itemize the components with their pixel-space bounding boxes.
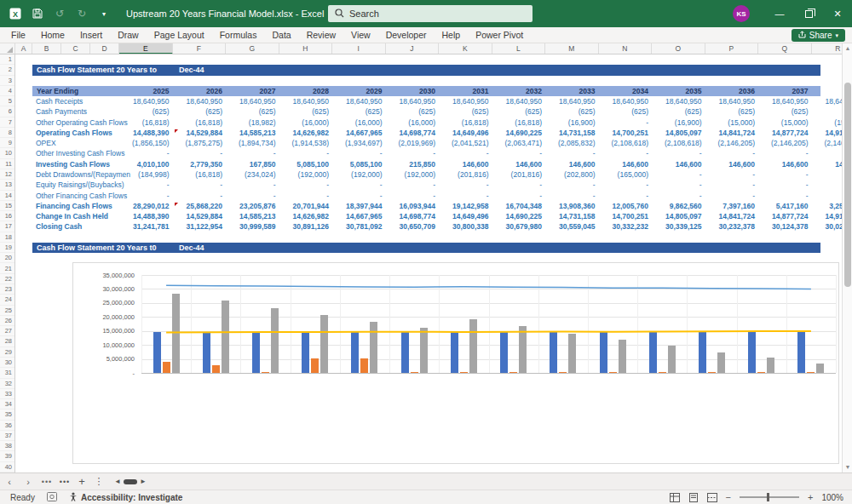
ribbon-tab-data[interactable]: Data xyxy=(264,27,298,43)
row-header-24[interactable]: 24 xyxy=(0,295,14,305)
table-cell[interactable]: (192,000) xyxy=(332,169,386,180)
ribbon-tab-developer[interactable]: Developer xyxy=(378,27,435,43)
row-header-35[interactable]: 35 xyxy=(0,410,14,420)
row-header-7[interactable]: 7 xyxy=(0,117,14,128)
table-cell[interactable]: 215,850 xyxy=(386,159,440,169)
account-avatar[interactable]: KS xyxy=(733,5,750,22)
table-cell[interactable]: 20,701,944 xyxy=(279,201,333,211)
table-cell[interactable]: 5,417,160 xyxy=(758,201,812,211)
table-cell[interactable]: 2,779,350 xyxy=(173,159,227,169)
table-cell[interactable]: 4,010,100 xyxy=(119,159,173,169)
table-cell[interactable]: 14,805,097 xyxy=(652,128,705,138)
zoom-in-icon[interactable]: + xyxy=(808,492,813,502)
table-cell[interactable]: (625) xyxy=(386,106,440,117)
table-cell[interactable]: 14,916,919 xyxy=(812,128,843,138)
table-cell[interactable]: 18,640,950 xyxy=(812,96,843,106)
table-cell[interactable]: 23,205,876 xyxy=(226,201,279,211)
zoom-out-icon[interactable]: − xyxy=(726,492,731,502)
table-cell[interactable]: 19,142,958 xyxy=(439,201,492,211)
table-cell[interactable]: 13,908,360 xyxy=(545,201,599,211)
row-header-39[interactable]: 39 xyxy=(0,451,14,461)
row-header-30[interactable]: 30 xyxy=(0,358,14,368)
table-cell[interactable]: (16,000) xyxy=(386,117,440,128)
restore-button[interactable] xyxy=(794,0,823,27)
table-cell[interactable]: (625) xyxy=(545,106,599,117)
minimize-button[interactable]: — xyxy=(765,0,794,27)
new-sheet-button[interactable]: + xyxy=(73,473,90,490)
table-cell[interactable]: - xyxy=(492,191,546,201)
table-cell[interactable]: 14,488,390 xyxy=(119,128,173,138)
table-cell[interactable]: - xyxy=(439,148,492,158)
table-cell[interactable]: - xyxy=(226,191,279,201)
table-cell[interactable]: 30,891,126 xyxy=(279,221,333,232)
table-cell[interactable]: (625) xyxy=(332,106,386,117)
table-cell[interactable]: 14,690,225 xyxy=(492,211,546,221)
table-cell[interactable]: 18,640,950 xyxy=(599,96,653,106)
column-header-P[interactable]: P xyxy=(705,43,759,54)
ribbon-tab-page-layout[interactable]: Page Layout xyxy=(147,27,212,43)
ribbon-tab-formulas[interactable]: Formulas xyxy=(212,27,265,43)
table-cell[interactable]: 146,600 xyxy=(492,159,546,169)
table-cell[interactable]: 18,640,950 xyxy=(119,96,173,106)
table-cell[interactable]: - xyxy=(652,169,705,180)
row-header-8[interactable]: 8 xyxy=(0,128,14,138)
macro-record-icon[interactable] xyxy=(47,492,57,503)
row-header-36[interactable]: 36 xyxy=(0,421,14,431)
table-cell[interactable]: (16,818) xyxy=(119,117,173,128)
table-cell[interactable]: 3,257,160 xyxy=(812,201,843,211)
table-cell[interactable]: 14,916,919 xyxy=(812,211,843,221)
table-cell[interactable]: - xyxy=(439,191,492,201)
table-cell[interactable]: 146,600 xyxy=(758,159,812,169)
row-header-2[interactable]: 2 xyxy=(0,65,14,75)
table-cell[interactable]: 18,640,950 xyxy=(705,96,759,106)
row-header-18[interactable]: 18 xyxy=(0,232,14,243)
table-cell[interactable]: 18,640,950 xyxy=(439,96,492,106)
table-cell[interactable]: (16,900) xyxy=(545,117,599,128)
table-cell[interactable]: - xyxy=(652,191,705,201)
table-cell[interactable]: (2,041,521) xyxy=(439,138,492,148)
table-cell[interactable]: 30,022,768 xyxy=(812,221,843,232)
table-cell[interactable]: - xyxy=(652,180,705,190)
table-cell[interactable]: - xyxy=(173,191,227,201)
accessibility-status[interactable]: Accessibility: Investigate xyxy=(81,493,183,502)
table-cell[interactable]: 14,585,213 xyxy=(226,211,279,221)
table-cell[interactable]: - xyxy=(173,148,227,158)
row-header-13[interactable]: 13 xyxy=(0,180,14,190)
table-cell[interactable]: 14,731,158 xyxy=(545,128,599,138)
table-cell[interactable]: - xyxy=(279,180,333,190)
ribbon-tab-draw[interactable]: Draw xyxy=(110,27,147,43)
table-cell[interactable]: - xyxy=(226,148,279,158)
table-cell[interactable]: - xyxy=(119,180,173,190)
table-cell[interactable]: (625) xyxy=(173,106,227,117)
horizontal-scrollbar[interactable]: ◄ ► xyxy=(111,473,150,490)
tab-scroll-left-icon[interactable]: ‹ xyxy=(0,473,19,490)
table-cell[interactable]: 14,667,965 xyxy=(332,128,386,138)
table-cell[interactable]: 18,640,950 xyxy=(652,96,705,106)
table-cell[interactable]: 14,877,724 xyxy=(758,128,812,138)
table-cell[interactable]: (2,108,618) xyxy=(652,138,705,148)
table-cell[interactable]: 18,640,950 xyxy=(332,96,386,106)
table-cell[interactable]: (192,000) xyxy=(386,169,440,180)
ribbon-tab-insert[interactable]: Insert xyxy=(72,27,110,43)
table-cell[interactable]: - xyxy=(332,191,386,201)
table-cell[interactable]: 30,559,045 xyxy=(545,221,599,232)
table-cell[interactable]: 31,241,781 xyxy=(119,221,173,232)
table-cell[interactable]: - xyxy=(332,148,386,158)
hscroll-left-icon[interactable]: ◄ xyxy=(114,478,121,485)
undo-icon[interactable]: ↺ xyxy=(53,7,66,20)
table-cell[interactable]: (1,934,697) xyxy=(332,138,386,148)
table-cell[interactable]: (15,000) xyxy=(705,117,759,128)
table-cell[interactable]: (2,019,969) xyxy=(386,138,440,148)
table-cell[interactable]: 167,850 xyxy=(226,159,279,169)
column-header-L[interactable]: L xyxy=(492,43,546,54)
table-cell[interactable]: (16,000) xyxy=(279,117,333,128)
column-header-A[interactable]: A xyxy=(15,43,32,54)
table-cell[interactable]: - xyxy=(119,191,173,201)
table-cell[interactable]: (2,108,618) xyxy=(599,138,653,148)
table-cell[interactable]: 7,397,160 xyxy=(705,201,759,211)
table-cell[interactable]: 28,290,012 xyxy=(119,201,173,211)
table-cell[interactable]: (201,816) xyxy=(439,169,492,180)
qat-customize-icon[interactable]: ▾ xyxy=(97,7,111,20)
table-cell[interactable]: 30,332,232 xyxy=(599,221,653,232)
table-cell[interactable]: (625) xyxy=(279,106,333,117)
